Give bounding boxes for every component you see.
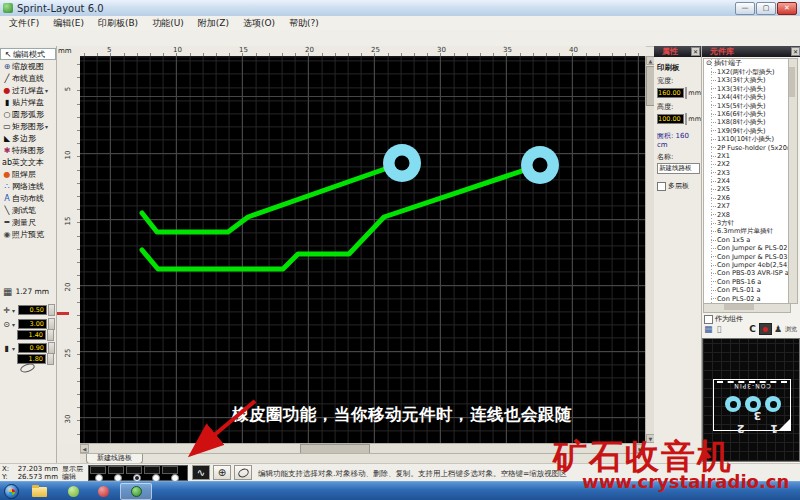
close-panel-button[interactable]: ✕: [791, 47, 800, 56]
library-item[interactable]: Con Jumper & PLS-02 a: [704, 244, 790, 252]
library-item[interactable]: 2X5: [704, 185, 790, 193]
browse-label[interactable]: 浏览: [785, 325, 797, 334]
scroll-left-arrow[interactable]: ◀: [80, 444, 89, 453]
dropdown-arrow[interactable]: ▾: [12, 345, 17, 352]
layer-button[interactable]: [108, 466, 124, 474]
menu-item[interactable]: 文件(F): [2, 17, 46, 30]
library-item[interactable]: 1X9(9针小插头): [704, 127, 790, 135]
layer-button[interactable]: [126, 466, 142, 474]
dropdown-arrow[interactable]: ▾: [12, 307, 17, 314]
library-item[interactable]: 2X7: [704, 202, 790, 210]
smd-width-field[interactable]: 0.90: [18, 343, 47, 353]
board-width-field[interactable]: 160.00: [657, 88, 684, 98]
spinner[interactable]: [47, 353, 54, 365]
library-item[interactable]: 1X3(3针小插头): [704, 85, 790, 93]
tool-test-pen[interactable]: ╲ 测试笔: [0, 204, 56, 216]
tool-text[interactable]: ab 英文文本: [0, 156, 56, 168]
library-horizontal-scrollbar[interactable]: [703, 303, 791, 313]
maximize-button[interactable]: ▢: [756, 2, 776, 15]
menu-item[interactable]: 选项(O): [236, 17, 282, 30]
trash-icon[interactable]: ▯: [717, 324, 722, 334]
save-component-icon[interactable]: ▦: [704, 324, 713, 334]
library-item[interactable]: 1X8(8针小插头): [704, 118, 790, 126]
person-icon[interactable]: ♟: [774, 324, 782, 334]
library-item[interactable]: Con PBS-03 AVR-ISP a: [704, 269, 790, 277]
start-button[interactable]: [4, 484, 19, 499]
library-item[interactable]: 1X2(两针小型插头): [704, 68, 790, 76]
scrollbar-thumb[interactable]: [789, 67, 795, 97]
library-item[interactable]: 2X8: [704, 211, 790, 219]
library-item[interactable]: 1X3(3针大插头): [704, 76, 790, 84]
scrollbar-thumb[interactable]: [724, 304, 754, 310]
library-item[interactable]: Con 1x5 a: [704, 236, 790, 244]
spinner[interactable]: [48, 304, 55, 316]
menu-item[interactable]: 编辑(E): [46, 17, 91, 30]
track-mode-button[interactable]: ∿: [192, 465, 210, 480]
spinner[interactable]: [685, 87, 688, 99]
library-item[interactable]: 2X6: [704, 194, 790, 202]
library-item[interactable]: 2X2: [704, 160, 790, 168]
taskbar-app-red[interactable]: [90, 483, 116, 500]
close-button[interactable]: ✕: [777, 2, 797, 15]
library-item[interactable]: 2X3: [704, 169, 790, 177]
close-panel-button[interactable]: ✕: [691, 47, 700, 56]
tool-via-pad[interactable]: ● 过孔焊盘 ▾: [0, 84, 56, 96]
tool-measure[interactable]: ═ 测量尺: [0, 216, 56, 228]
pcb-trace[interactable]: [142, 165, 540, 269]
explorer-taskbar-button[interactable]: [26, 483, 52, 500]
rubber-band-button[interactable]: [234, 465, 252, 480]
tool-connections[interactable]: ∴ 网络连线: [0, 180, 56, 192]
library-item[interactable]: 6.3mm焊片单插针: [704, 227, 790, 235]
library-item[interactable]: Con Jumper 4eb(2,54) a: [704, 261, 790, 269]
spinner[interactable]: [47, 329, 54, 341]
layer-button[interactable]: [144, 466, 160, 474]
tool-autoroute[interactable]: A 自动布线: [0, 192, 56, 204]
library-item[interactable]: 1X6(6针小插头): [704, 110, 790, 118]
tool-special-shape[interactable]: ✱ 特殊图形: [0, 144, 56, 156]
tool-polygon[interactable]: ◣ 多边形: [0, 132, 56, 144]
taskbar-sprint-layout-active[interactable]: [120, 483, 152, 500]
layer-button[interactable]: [162, 466, 178, 474]
library-item[interactable]: 2X4: [704, 177, 790, 185]
tool-draw-track[interactable]: ╱ 布线直线: [0, 72, 56, 84]
taskbar-app-green[interactable]: [60, 483, 86, 500]
minimize-button[interactable]: —: [735, 2, 755, 15]
pad-inner-field[interactable]: 1.40: [17, 330, 46, 340]
library-root-node[interactable]: ⊙ 插针端子: [704, 59, 790, 68]
dropdown-arrow[interactable]: ▾: [12, 321, 17, 328]
track-width-field[interactable]: 0.50: [18, 305, 47, 315]
library-item[interactable]: 1X5(5针小插头): [704, 102, 790, 110]
rotate-component-icon[interactable]: C: [749, 324, 756, 334]
library-item[interactable]: 3方针: [704, 219, 790, 227]
pad-outer-field[interactable]: 3.00: [18, 319, 47, 329]
menu-item[interactable]: 印刷板(B): [91, 17, 145, 30]
board-name-input[interactable]: 新建线路板: [657, 163, 700, 174]
library-item[interactable]: Con Jumper & PLS-03 a: [704, 253, 790, 261]
library-item[interactable]: Con PBS-16 a: [704, 278, 790, 286]
pcb-trace[interactable]: [142, 163, 402, 232]
library-item[interactable]: Con PLS-02 a: [704, 295, 790, 303]
tool-edit-mode[interactable]: ↖ 编辑模式: [0, 48, 56, 60]
library-item[interactable]: 1X4(4针小插头): [704, 93, 790, 101]
library-item[interactable]: 2X1: [704, 152, 790, 160]
tool-circle-arc[interactable]: ○ 圆形弧形: [0, 108, 56, 120]
tool-rectangle[interactable]: ▭ 矩形图形 ▾: [0, 120, 56, 132]
layer-button[interactable]: [90, 466, 106, 474]
tool-zoom-view[interactable]: ⊕ 缩放视图: [0, 60, 56, 72]
grid-setting[interactable]: ▦ 1.27 mm: [3, 286, 49, 297]
library-item[interactable]: Con PLS-01 a: [704, 286, 790, 294]
pad-mode-button[interactable]: ⊕: [213, 465, 231, 480]
menu-item[interactable]: 附加(Z): [191, 17, 236, 30]
menu-item[interactable]: 帮助(?): [282, 17, 326, 30]
library-vertical-scrollbar[interactable]: [788, 58, 798, 304]
scroll-right-arrow[interactable]: ▶: [636, 444, 645, 453]
tool-solder-mask[interactable]: ● 阻焊层: [0, 168, 56, 180]
pcb-canvas[interactable]: 橡皮圈功能，当你移动元件时，连线也会跟随: [80, 56, 645, 443]
spinner[interactable]: [685, 113, 688, 125]
library-item[interactable]: 2P Fuse-holder (5x20mm): [704, 144, 790, 152]
multilayer-checkbox[interactable]: [657, 182, 666, 191]
board-height-field[interactable]: 100.00: [657, 114, 684, 124]
menu-item[interactable]: 功能(U): [145, 17, 191, 30]
library-item[interactable]: 1X10(10针小插头): [704, 135, 790, 143]
tool-smd-pad[interactable]: ▮ 贴片焊盘: [0, 96, 56, 108]
